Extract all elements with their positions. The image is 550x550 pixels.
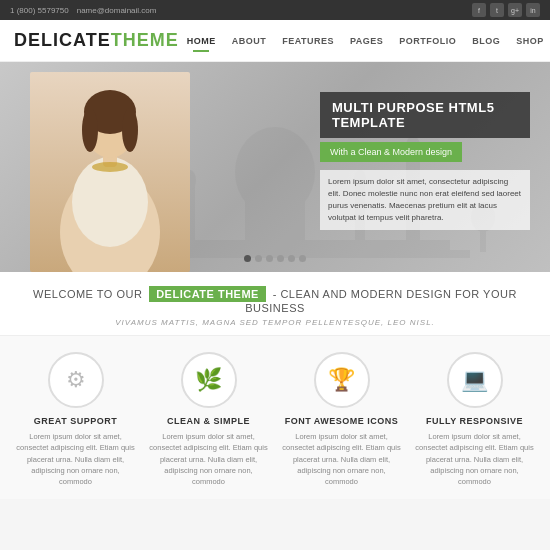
dot-4[interactable]	[277, 255, 284, 262]
feature-simple: 🌿 CLEAN & SIMPLE Lorem ipsum dolor sit a…	[147, 352, 270, 487]
feature-support: ⚙ GREAT SUPPORT Lorem ipsum dolor sit am…	[14, 352, 137, 487]
laptop-icon: 💻	[461, 367, 488, 393]
dot-5[interactable]	[288, 255, 295, 262]
header: DELICATETHEME HOME ABOUT FEATURES PAGES …	[0, 20, 550, 62]
woman-svg	[35, 72, 185, 272]
feature-title-4: FULLY RESPONSIVE	[413, 416, 536, 426]
nav-blog[interactable]: BLOG	[464, 32, 508, 50]
feature-icon-wrap-3: 🏆	[314, 352, 370, 408]
top-bar: 1 (800) 5579750 name@domainail.com f t g…	[0, 0, 550, 20]
twitter-icon[interactable]: t	[490, 3, 504, 17]
feature-icon-wrap-1: ⚙	[48, 352, 104, 408]
top-bar-contact: 1 (800) 5579750 name@domainail.com	[10, 6, 156, 15]
hero-text-box: MULTI PURPOSE HTML5 TEMPLATE With a Clea…	[320, 92, 530, 230]
main-nav: HOME ABOUT FEATURES PAGES PORTFOLIO BLOG…	[179, 32, 550, 50]
trophy-icon: 🏆	[328, 367, 355, 393]
nav-about[interactable]: ABOUT	[224, 32, 275, 50]
feature-title-1: GREAT SUPPORT	[14, 416, 137, 426]
facebook-icon[interactable]: f	[472, 3, 486, 17]
hero-section: MULTI PURPOSE HTML5 TEMPLATE With a Clea…	[0, 62, 550, 272]
feature-icon-wrap-2: 🌿	[181, 352, 237, 408]
hero-title: MULTI PURPOSE HTML5 TEMPLATE	[320, 92, 530, 138]
dot-6[interactable]	[299, 255, 306, 262]
gear-icon: ⚙	[66, 367, 86, 393]
logo[interactable]: DELICATETHEME	[14, 30, 179, 51]
hero-dots	[244, 255, 306, 262]
logo-theme: THEME	[111, 30, 179, 50]
feature-title-3: FONT AWESOME ICONS	[280, 416, 403, 426]
feature-desc-3: Lorem ipsum dolor sit amet, consectet ad…	[280, 431, 403, 487]
welcome-section: WELCOME TO OUR DELICATE THEME - CLEAN AN…	[0, 272, 550, 336]
svg-point-21	[82, 108, 98, 152]
hero-subtitle: With a Clean & Modern design	[320, 142, 462, 162]
leaf-icon: 🌿	[195, 367, 222, 393]
hero-model-image	[30, 72, 190, 272]
hero-description: Lorem ipsum dolor sit amet, consectetur …	[320, 170, 530, 230]
nav-portfolio[interactable]: PORTFOLIO	[391, 32, 464, 50]
feature-responsive: 💻 FULLY RESPONSIVE Lorem ipsum dolor sit…	[413, 352, 536, 487]
dot-1[interactable]	[244, 255, 251, 262]
google-icon[interactable]: g+	[508, 3, 522, 17]
dot-3[interactable]	[266, 255, 273, 262]
welcome-subtext: VIVAMUS MATTIS, MAGNA SED TEMPOR PELLENT…	[16, 318, 534, 327]
email-address: name@domainail.com	[77, 6, 157, 15]
logo-delicate: DELICATE	[14, 30, 111, 50]
feature-desc-2: Lorem ipsum dolor sit amet, consectet ad…	[147, 431, 270, 487]
nav-features[interactable]: FEATURES	[274, 32, 342, 50]
nav-pages[interactable]: PAGES	[342, 32, 391, 50]
feature-icons: 🏆 FONT AWESOME ICONS Lorem ipsum dolor s…	[280, 352, 403, 487]
welcome-title-row: WELCOME TO OUR DELICATE THEME - CLEAN AN…	[16, 286, 534, 314]
svg-rect-1	[245, 172, 305, 242]
phone-number: 1 (800) 5579750	[10, 6, 69, 15]
nav-shop[interactable]: SHOP	[508, 32, 550, 50]
feature-desc-1: Lorem ipsum dolor sit amet, consectet ad…	[14, 431, 137, 487]
dot-2[interactable]	[255, 255, 262, 262]
feature-desc-4: Lorem ipsum dolor sit amet, consectet ad…	[413, 431, 536, 487]
linkedin-icon[interactable]: in	[526, 3, 540, 17]
nav-home[interactable]: HOME	[179, 32, 224, 50]
feature-title-2: CLEAN & SIMPLE	[147, 416, 270, 426]
welcome-suffix: - CLEAN AND MODERN DESIGN FOR YOUR BUSIN…	[245, 288, 517, 314]
social-icons: f t g+ in	[472, 3, 540, 17]
welcome-prefix: WELCOME TO OUR	[33, 288, 142, 300]
feature-icon-wrap-4: 💻	[447, 352, 503, 408]
features-section: ⚙ GREAT SUPPORT Lorem ipsum dolor sit am…	[0, 336, 550, 499]
svg-point-22	[122, 108, 138, 152]
svg-point-23	[92, 162, 128, 172]
welcome-highlight: DELICATE THEME	[149, 286, 266, 302]
